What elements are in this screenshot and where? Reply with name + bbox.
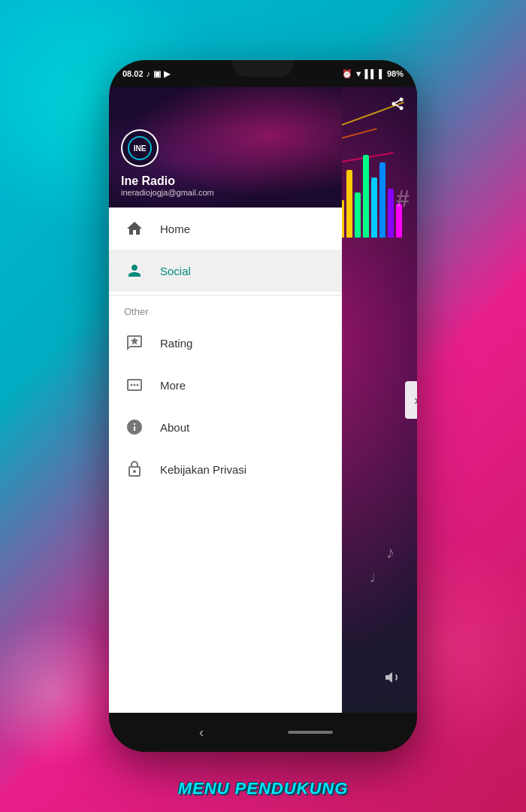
- menu-item-more[interactable]: More: [109, 364, 342, 406]
- svg-line-4: [395, 100, 400, 102]
- svg-point-7: [131, 384, 133, 386]
- status-time: 08.02: [122, 69, 144, 78]
- menu-home-label: Home: [160, 223, 190, 235]
- music-note-1: ♪: [386, 543, 394, 562]
- battery-percent: 98%: [387, 69, 404, 78]
- share-button[interactable]: [390, 96, 405, 115]
- volume-button[interactable]: [384, 668, 402, 690]
- svg-point-9: [137, 384, 139, 386]
- avatar-initials: INE: [134, 144, 147, 153]
- youtube-status-icon: ▶: [164, 69, 170, 79]
- svg-marker-5: [385, 672, 392, 683]
- section-divider: [109, 295, 342, 295]
- phone-frame: 08.02 ♪ ▣ ▶ ⏰ ▼ ▌▌ ▌ 98%: [109, 60, 417, 752]
- eq-bar-6: [363, 155, 369, 238]
- svg-line-3: [395, 105, 400, 107]
- svg-point-0: [400, 98, 404, 102]
- menu-item-rating[interactable]: Rating: [109, 322, 342, 364]
- menu-about-label: About: [160, 421, 189, 434]
- music-status-icon: ♪: [147, 69, 151, 78]
- menu-rating-label: Rating: [160, 337, 192, 350]
- bottom-title-container: MENU PENDUKUNG: [178, 779, 349, 798]
- eq-bar-7: [371, 177, 377, 238]
- svg-point-1: [392, 102, 396, 106]
- menu-item-home[interactable]: Home: [109, 208, 342, 250]
- status-left: 08.02 ♪ ▣ ▶: [122, 69, 170, 79]
- menu-privacy-label: Kebijakan Privasi: [160, 463, 246, 476]
- alarm-icon: ⏰: [342, 69, 352, 79]
- menu-item-privacy[interactable]: Kebijakan Privasi: [109, 448, 342, 490]
- avatar: INE: [121, 129, 159, 167]
- status-right: ⏰ ▼ ▌▌ ▌ 98%: [342, 69, 404, 79]
- music-note-2: ♩: [370, 571, 376, 585]
- navigation-drawer: INE Ine Radio ineradiojogja@gmail.com Ho…: [109, 87, 342, 713]
- svg-point-2: [400, 106, 404, 110]
- eq-bar-5: [355, 192, 361, 238]
- app-area: ♪ ♩ # ›: [109, 87, 417, 713]
- signal-icon: ▌▌: [365, 69, 377, 78]
- svg-marker-6: [131, 337, 138, 344]
- phone-notch: [233, 60, 293, 77]
- drawer-chevron[interactable]: ›: [405, 381, 417, 419]
- social-icon: [124, 260, 145, 281]
- avatar-inner: INE: [122, 131, 157, 165]
- about-icon: [124, 417, 145, 438]
- hash-symbol: #: [396, 185, 410, 213]
- wifi-icon: ▼: [355, 69, 363, 78]
- drawer-header: INE Ine Radio ineradiojogja@gmail.com: [109, 87, 342, 208]
- menu-item-about[interactable]: About: [109, 406, 342, 448]
- eq-bar-4: [346, 170, 352, 238]
- menu-more-label: More: [160, 379, 186, 392]
- section-other-header: Other: [109, 298, 342, 322]
- privacy-icon: [124, 459, 145, 480]
- home-icon: [124, 218, 145, 239]
- eq-bar-8: [379, 162, 385, 238]
- user-email: ineradiojogja@gmail.com: [121, 188, 330, 197]
- menu-item-social[interactable]: Social: [109, 250, 342, 292]
- drawer-menu: Home Social Other: [109, 208, 342, 713]
- more-icon: [124, 374, 145, 395]
- back-button[interactable]: ‹: [193, 719, 210, 747]
- navigation-bar: ‹: [109, 713, 417, 752]
- battery-icon: ▌: [379, 69, 385, 78]
- user-name: Ine Radio: [121, 174, 330, 188]
- cast-status-icon: ▣: [153, 69, 161, 79]
- menu-social-label: Social: [160, 265, 191, 277]
- bottom-title-text: MENU PENDUKUNG: [178, 779, 349, 798]
- rating-icon: [124, 332, 145, 353]
- eq-bar-9: [388, 189, 394, 238]
- home-indicator: [288, 731, 333, 734]
- svg-point-8: [134, 384, 136, 386]
